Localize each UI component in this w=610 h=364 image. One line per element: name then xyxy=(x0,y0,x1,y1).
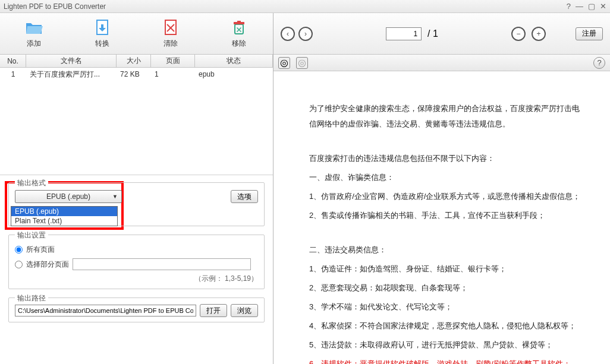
table-header: No. 文件名 大小 页面 状态 xyxy=(0,55,273,68)
doc-line: 4、私家侦探：不符合国家法律规定，恶意探究他人隐私，侵犯他人隐私权等； xyxy=(309,318,586,334)
next-page-button[interactable]: › xyxy=(298,27,313,41)
table-row[interactable]: 1 关于百度搜索严厉打... 72 KB 1 epub xyxy=(0,68,273,81)
add-button[interactable]: 添加 xyxy=(2,15,66,52)
view-mode-2-button[interactable]: ◎ xyxy=(296,57,308,69)
document-convert-icon xyxy=(93,18,112,37)
preview-toolbar: ‹ › / 1 − + 注册 xyxy=(273,13,610,55)
dropdown-option[interactable]: Plain Text (.txt) xyxy=(11,216,117,226)
doc-line: 5、违法贷款：未取得政府认可，进行无抵押贷款、黑户贷款、裸贷等； xyxy=(309,337,586,353)
col-no[interactable]: No. xyxy=(0,55,26,67)
partial-pages-radio[interactable]: 选择部分页面 xyxy=(15,258,258,270)
output-format-legend: 输出格式 xyxy=(15,178,48,188)
page-input[interactable] xyxy=(386,27,422,40)
preview-subtoolbar: ◎ ◎ ? xyxy=(273,55,610,71)
clear-button[interactable]: 清除 xyxy=(139,15,203,52)
right-pane: ‹ › / 1 − + 注册 ◎ ◎ ? 为了维护安全健康的搜索生态，保障搜索用… xyxy=(273,13,610,364)
output-path-input[interactable] xyxy=(15,305,196,316)
help-icon[interactable]: ? xyxy=(567,2,571,11)
zoom-in-button[interactable]: + xyxy=(532,27,546,41)
dropdown-option[interactable]: EPUB (.epub) xyxy=(11,207,117,216)
col-size[interactable]: 大小 xyxy=(117,55,151,67)
doc-line: 1、仿冒政府/企业官网、伪造政府/企业联系方式等，或恶意传播相关虚假信息； xyxy=(309,189,586,204)
prev-page-button[interactable]: ‹ xyxy=(281,27,295,41)
doc-line: 为了维护安全健康的搜索生态，保障搜索用户的合法权益，百度搜索严厉打击电信网络中的… xyxy=(309,101,586,132)
doc-line: 3、学术不端：如代发论文、代写论文等； xyxy=(309,299,586,315)
document-preview[interactable]: 为了维护安全健康的搜索生态，保障搜索用户的合法权益，百度搜索严厉打击电信网络中的… xyxy=(273,71,610,364)
convert-button[interactable]: 转换 xyxy=(71,15,134,52)
output-settings-legend: 输出设置 xyxy=(15,230,48,240)
left-pane: 添加 转换 清除 移除 No. 文件名 大小 页面 状态 1 xyxy=(0,13,273,364)
all-pages-radio[interactable]: 所有页面 xyxy=(15,245,258,255)
view-mode-1-button[interactable]: ◎ xyxy=(278,57,290,69)
col-status[interactable]: 状态 xyxy=(195,55,273,67)
window-title: Lighten PDF to EPUB Converter xyxy=(4,2,106,11)
maximize-icon[interactable]: ▢ xyxy=(588,2,595,11)
example-text: （示例： 1,3-5,19） xyxy=(15,274,258,284)
col-page[interactable]: 页面 xyxy=(151,55,195,67)
help-button[interactable]: ? xyxy=(593,57,605,69)
output-format-combo[interactable]: EPUB (.epub) ▼ xyxy=(15,190,122,203)
svg-rect-5 xyxy=(234,22,244,24)
partial-pages-input[interactable] xyxy=(73,258,251,270)
browse-button[interactable]: 浏览 xyxy=(231,304,258,317)
chevron-down-icon: ▼ xyxy=(112,194,118,200)
output-path-legend: 输出路径 xyxy=(15,293,48,303)
output-format-dropdown[interactable]: EPUB (.epub) Plain Text (.txt) xyxy=(11,206,118,226)
close-icon[interactable]: ✕ xyxy=(600,2,606,11)
doc-line: 2、恶意套现交易：如花呗套现、白条套现等； xyxy=(309,280,586,296)
doc-line: 百度搜索打击的违法违规信息包括但不限于以下内容： xyxy=(309,151,586,166)
register-button[interactable]: 注册 xyxy=(576,27,603,40)
doc-line: 6、违规软件：恶意提供软件破解版、游戏外挂、刷赞/刷粉等作弊工具软件； xyxy=(309,356,586,364)
main-toolbar: 添加 转换 清除 移除 xyxy=(0,13,273,55)
doc-line: 1、伪造证件：如伪造驾照、身份证、结婚证、银行卡等； xyxy=(309,261,586,277)
col-name[interactable]: 文件名 xyxy=(26,55,117,67)
page-total: / 1 xyxy=(427,29,438,39)
doc-line: 2、售卖或传播诈骗相关的书籍、手法、工具，宣传不正当获利手段； xyxy=(309,208,586,223)
minimize-icon[interactable]: — xyxy=(576,2,583,11)
open-button[interactable]: 打开 xyxy=(200,304,227,317)
output-path-fieldset: 输出路径 打开 浏览 xyxy=(8,297,265,322)
doc-line: 一、虚假、诈骗类信息： xyxy=(309,170,586,185)
table-body: 1 关于百度搜索严厉打... 72 KB 1 epub xyxy=(0,68,273,175)
zoom-out-button[interactable]: − xyxy=(511,27,526,41)
title-bar: Lighten PDF to EPUB Converter ? — ▢ ✕ xyxy=(0,0,610,13)
remove-button[interactable]: 移除 xyxy=(207,15,271,52)
options-button[interactable]: 选项 xyxy=(231,190,258,203)
output-settings-fieldset: 输出设置 所有页面 选择部分页面 （示例： 1,3-5,19） xyxy=(8,235,265,289)
doc-line: 二、违法交易类信息： xyxy=(309,242,586,258)
folder-open-icon xyxy=(24,18,43,37)
settings-area: 输出格式 EPUB (.epub) ▼ 选项 EPUB (.epub) Plai… xyxy=(0,175,273,364)
document-clear-icon xyxy=(161,18,180,37)
trash-icon xyxy=(229,18,249,37)
